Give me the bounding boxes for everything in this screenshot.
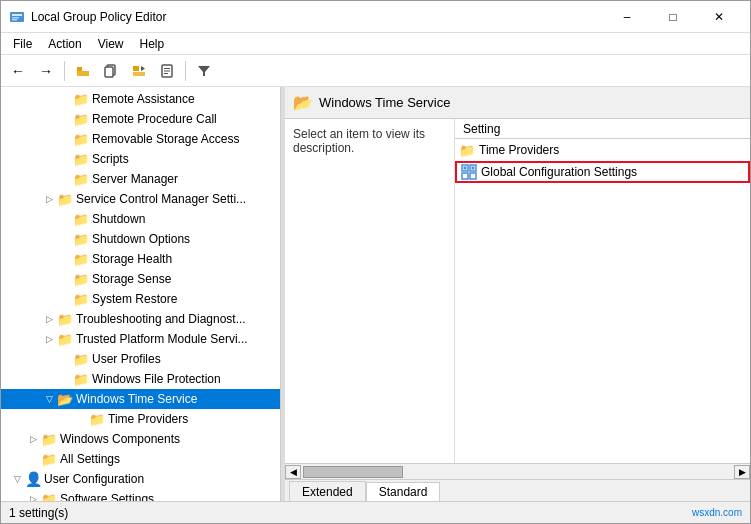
back-button[interactable]: ← — [5, 59, 31, 83]
folder-icon: 📁 — [73, 271, 89, 287]
expand-btn[interactable]: ▷ — [25, 431, 41, 447]
expand-btn[interactable]: ▽ — [41, 391, 57, 407]
folder-icon: 📁 — [57, 311, 73, 327]
expand-btn — [57, 131, 73, 147]
folder-icon: 📁 — [57, 191, 73, 207]
tree-item-system-restore[interactable]: 📁 System Restore — [1, 289, 280, 309]
filter-button[interactable] — [191, 59, 217, 83]
tree-label: System Restore — [92, 292, 177, 306]
minimize-button[interactable]: – — [604, 1, 650, 33]
watermark: wsxdn.com — [692, 507, 742, 518]
scroll-right-button[interactable]: ▶ — [734, 465, 750, 479]
properties-button[interactable] — [154, 59, 180, 83]
tree-item-time-providers[interactable]: 📁 Time Providers — [1, 409, 280, 429]
expand-btn — [57, 151, 73, 167]
tree-label: User Profiles — [92, 352, 161, 366]
svg-rect-7 — [105, 67, 113, 77]
svg-rect-20 — [464, 167, 467, 170]
status-bar: 1 setting(s) wsxdn.com — [1, 501, 750, 523]
tree-label: Windows Time Service — [76, 392, 197, 406]
tab-extended[interactable]: Extended — [289, 481, 366, 501]
folder-icon: 📁 — [73, 231, 89, 247]
tree-item-scripts[interactable]: 📁 Scripts — [1, 149, 280, 169]
tree-item-windows-components[interactable]: ▷ 📁 Windows Components — [1, 429, 280, 449]
tree-item-server-manager[interactable]: 📁 Server Manager — [1, 169, 280, 189]
tree-item-shutdown-options[interactable]: 📁 Shutdown Options — [1, 229, 280, 249]
tree-item-service-control[interactable]: ▷ 📁 Service Control Manager Setti... — [1, 189, 280, 209]
expand-btn — [57, 231, 73, 247]
tree-item-removable-storage[interactable]: 📁 Removable Storage Access — [1, 129, 280, 149]
main-content: 📁 Remote Assistance 📁 Remote Procedure C… — [1, 87, 750, 501]
menu-help[interactable]: Help — [132, 35, 173, 53]
tab-standard[interactable]: Standard — [366, 482, 441, 501]
tree-item-shutdown[interactable]: 📁 Shutdown — [1, 209, 280, 229]
list-item-global-config[interactable]: Global Configuration Settings — [455, 161, 750, 183]
expand-btn — [57, 171, 73, 187]
expand-btn — [57, 351, 73, 367]
tree-item-all-settings[interactable]: 📁 All Settings — [1, 449, 280, 469]
right-description: Select an item to view its description. — [285, 119, 455, 463]
tree-item-windows-time-service[interactable]: ▽ 📂 Windows Time Service — [1, 389, 280, 409]
folder-icon: 📁 — [41, 451, 57, 467]
tab-standard-label: Standard — [379, 485, 428, 499]
tree-item-remote-procedure-call[interactable]: 📁 Remote Procedure Call — [1, 109, 280, 129]
tree-label: Time Providers — [108, 412, 188, 426]
up-button[interactable] — [70, 59, 96, 83]
close-button[interactable]: ✕ — [696, 1, 742, 33]
menu-action[interactable]: Action — [40, 35, 89, 53]
menu-bar: File Action View Help — [1, 33, 750, 55]
menu-file[interactable]: File — [5, 35, 40, 53]
menu-view[interactable]: View — [90, 35, 132, 53]
tree-item-software-settings[interactable]: ▷ 📁 Software Settings — [1, 489, 280, 501]
tree-item-user-profiles[interactable]: 📁 User Profiles — [1, 349, 280, 369]
tree-item-trusted-platform[interactable]: ▷ 📁 Trusted Platform Module Servi... — [1, 329, 280, 349]
copy-button[interactable] — [98, 59, 124, 83]
folder-icon: 📁 — [89, 411, 105, 427]
folder-icon: 📁 — [41, 431, 57, 447]
expand-btn[interactable]: ▷ — [41, 311, 57, 327]
maximize-button[interactable]: □ — [650, 1, 696, 33]
tree-label: Shutdown Options — [92, 232, 190, 246]
hscroll-thumb[interactable] — [303, 466, 403, 478]
horizontal-scrollbar[interactable]: ◀ ▶ — [285, 463, 750, 479]
folder-icon: 📁 — [73, 351, 89, 367]
toolbar-separator-1 — [64, 61, 65, 81]
folder-icon: 📁 — [73, 211, 89, 227]
description-text: Select an item to view its description. — [293, 127, 425, 155]
list-folder-icon: 📁 — [459, 142, 475, 158]
folder-icon: 📁 — [73, 291, 89, 307]
show-button[interactable] — [126, 59, 152, 83]
svg-rect-1 — [12, 14, 22, 16]
tree-item-troubleshooting[interactable]: ▷ 📁 Troubleshooting and Diagnost... — [1, 309, 280, 329]
tree-label: Windows File Protection — [92, 372, 221, 386]
svg-marker-10 — [141, 66, 145, 71]
hscroll-track[interactable] — [301, 465, 734, 479]
list-header: Setting — [455, 119, 750, 139]
list-item-time-providers[interactable]: 📁 Time Providers — [455, 139, 750, 161]
tree-item-remote-assistance[interactable]: 📁 Remote Assistance — [1, 89, 280, 109]
svg-rect-19 — [470, 173, 476, 179]
status-text: 1 setting(s) — [9, 506, 68, 520]
tree-label: Remote Assistance — [92, 92, 195, 106]
tree-label: Storage Health — [92, 252, 172, 266]
folder-open-icon: 📂 — [57, 391, 73, 407]
tree-item-storage-health[interactable]: 📁 Storage Health — [1, 249, 280, 269]
expand-btn[interactable]: ▷ — [41, 191, 57, 207]
title-bar: Local Group Policy Editor – □ ✕ — [1, 1, 750, 33]
column-setting-header: Setting — [459, 122, 500, 136]
tree-view[interactable]: 📁 Remote Assistance 📁 Remote Procedure C… — [1, 87, 280, 501]
scroll-left-button[interactable]: ◀ — [285, 465, 301, 479]
forward-button[interactable]: → — [33, 59, 59, 83]
expand-btn[interactable]: ▷ — [25, 491, 41, 501]
right-list-panel[interactable]: Setting 📁 Time Providers — [455, 119, 750, 463]
expand-btn[interactable]: ▷ — [41, 331, 57, 347]
tree-label: All Settings — [60, 452, 120, 466]
tree-item-storage-sense[interactable]: 📁 Storage Sense — [1, 269, 280, 289]
svg-rect-8 — [133, 66, 139, 71]
folder-icon: 📁 — [73, 151, 89, 167]
tree-label: Troubleshooting and Diagnost... — [76, 312, 246, 326]
expand-btn[interactable]: ▽ — [9, 471, 25, 487]
expand-btn — [57, 91, 73, 107]
tree-item-windows-file-protection[interactable]: 📁 Windows File Protection — [1, 369, 280, 389]
tree-item-user-configuration[interactable]: ▽ 👤 User Configuration — [1, 469, 280, 489]
